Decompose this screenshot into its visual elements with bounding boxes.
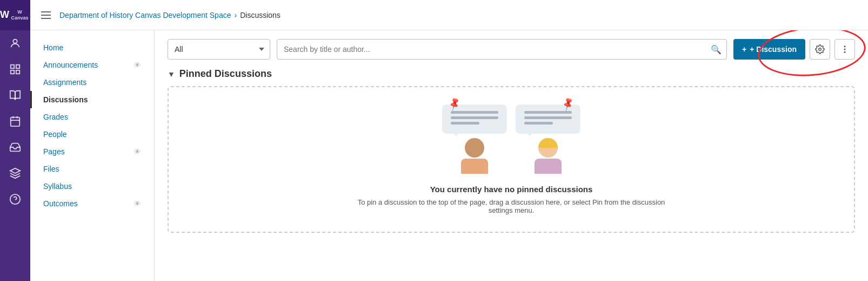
svg-point-12 xyxy=(844,45,846,47)
breadcrumb: Department of History Canvas Development… xyxy=(59,11,281,19)
toolbar-actions: + + Discussion xyxy=(733,39,855,60)
speech-bubble-right: 📌 xyxy=(516,104,580,134)
sidebar-item-pages[interactable]: Pages 👁 xyxy=(30,143,154,160)
svg-rect-3 xyxy=(11,70,14,74)
svg-rect-5 xyxy=(11,117,20,127)
empty-pinned-title: You currently have no pinned discussions xyxy=(430,185,593,194)
more-options-button[interactable] xyxy=(834,39,855,60)
breadcrumb-current: Discussions xyxy=(240,11,281,19)
sidebar-item-files[interactable]: Files xyxy=(30,160,154,178)
announcements-visibility-icon[interactable]: 👁 xyxy=(134,61,141,69)
illustration-right: 📌 xyxy=(516,104,580,174)
person-left-body xyxy=(461,159,488,174)
rail-account-icon[interactable] xyxy=(0,30,30,56)
outcomes-visibility-icon[interactable]: 👁 xyxy=(134,200,141,208)
sidebar-item-grades[interactable]: Grades xyxy=(30,108,154,126)
toolbar: All Unread Graded Ungraded 🔍 + + Discuss… xyxy=(168,39,855,60)
svg-point-0 xyxy=(13,40,17,43)
add-icon: + xyxy=(742,45,746,54)
svg-point-14 xyxy=(844,51,846,53)
person-right-hair xyxy=(538,138,558,148)
pinned-section-header: ▼ Pinned Discussions xyxy=(168,68,855,80)
person-right xyxy=(535,138,562,174)
sidebar-item-announcements[interactable]: Announcements 👁 xyxy=(30,56,154,74)
illustration-left: 📌 xyxy=(442,104,507,174)
pinned-section-title: Pinned Discussions xyxy=(179,68,272,80)
rail-help-icon[interactable] xyxy=(0,186,30,212)
breadcrumb-course-link[interactable]: Department of History Canvas Development… xyxy=(59,11,231,19)
pages-visibility-icon[interactable]: 👁 xyxy=(134,148,141,156)
breadcrumb-separator: › xyxy=(234,11,237,19)
chevron-down-icon[interactable]: ▼ xyxy=(168,70,175,79)
add-discussion-button[interactable]: + + Discussion xyxy=(733,39,805,60)
person-right-head xyxy=(538,138,558,158)
sidebar-item-home[interactable]: Home xyxy=(30,39,154,56)
search-icon: 🔍 xyxy=(711,44,722,55)
person-left-head xyxy=(465,138,484,158)
svg-rect-4 xyxy=(16,70,19,74)
rail-dashboard-icon[interactable] xyxy=(0,56,30,82)
filter-select[interactable]: All Unread Graded Ungraded xyxy=(168,39,270,60)
sidebar-item-assignments[interactable]: Assignments xyxy=(30,74,154,91)
sidebar-item-people[interactable]: People xyxy=(30,126,154,143)
rail-commons-icon[interactable] xyxy=(0,160,30,186)
search-input[interactable] xyxy=(277,39,727,60)
speech-bubble-left: 📌 xyxy=(442,104,507,134)
empty-illustration: 📌 📌 xyxy=(442,104,580,174)
svg-point-13 xyxy=(844,49,846,50)
app-logo[interactable]: W W Canvas xyxy=(0,0,30,30)
pin-icon-left: 📌 xyxy=(446,96,463,112)
rail-calendar-icon[interactable] xyxy=(0,108,30,134)
pin-icon-right: 📌 xyxy=(560,96,576,112)
main-area: Department of History Canvas Development… xyxy=(30,0,868,281)
person-left xyxy=(461,138,488,174)
sidebar-item-syllabus[interactable]: Syllabus xyxy=(30,178,154,195)
hamburger-menu[interactable] xyxy=(39,9,53,21)
content-area: Home Announcements 👁 Assignments Discuss… xyxy=(30,30,868,281)
sidebar-item-outcomes[interactable]: Outcomes 👁 xyxy=(30,195,154,212)
svg-point-11 xyxy=(819,48,822,51)
pinned-discussions-container: 📌 📌 xyxy=(168,86,855,233)
search-container: 🔍 xyxy=(277,39,727,60)
person-right-body xyxy=(535,159,562,174)
person-right-head-container xyxy=(538,138,558,158)
svg-rect-1 xyxy=(11,65,14,68)
empty-pinned-desc: To pin a discussion to the top of the pa… xyxy=(349,198,673,214)
topbar: Department of History Canvas Development… xyxy=(30,0,868,30)
sidebar-nav: Home Announcements 👁 Assignments Discuss… xyxy=(30,30,155,281)
sidebar-item-discussions[interactable]: Discussions xyxy=(30,91,154,108)
rail-inbox-icon[interactable] xyxy=(0,134,30,160)
left-rail: W W Canvas xyxy=(0,0,30,281)
page-content: All Unread Graded Ungraded 🔍 + + Discuss… xyxy=(155,30,868,281)
discussion-settings-button[interactable] xyxy=(810,39,830,60)
svg-rect-2 xyxy=(16,65,19,68)
rail-courses-icon[interactable] xyxy=(0,82,30,108)
